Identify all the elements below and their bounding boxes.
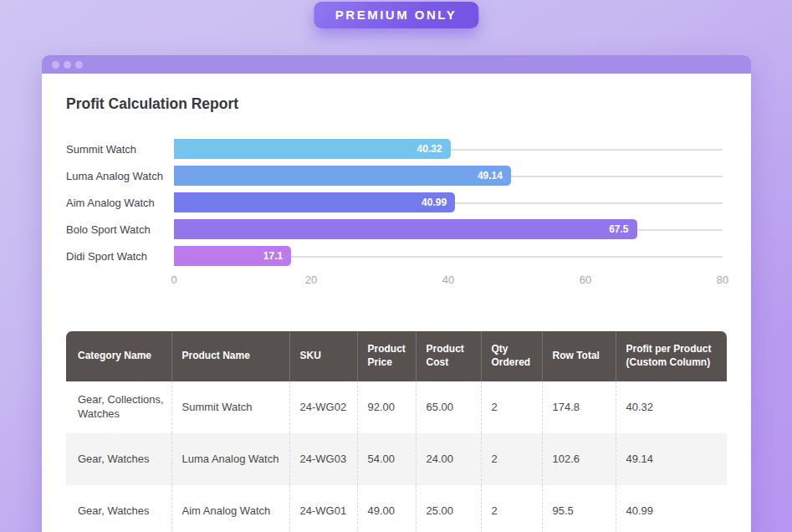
table-cell: 95.5 [542,485,616,532]
chart-bar-row: Summit Watch40.32 [66,136,727,162]
chart-bar-label: Didi Sport Watch [66,250,174,263]
premium-badge[interactable]: PREMIUM ONLY [314,2,478,28]
report-table: Category NameProduct NameSKUProduct Pric… [66,331,727,532]
chart-bar-area: 40.32 [174,139,723,159]
chart-bar: 40.99 [174,192,455,212]
table-cell: 24-WG01 [289,485,357,532]
chart-bar-label: Aim Analog Watch [66,197,174,209]
window-close-icon[interactable] [52,61,59,69]
chart-bar-row: Aim Analog Watch40.99 [66,189,727,216]
table-header-cell: Product Price [357,331,416,381]
chart-bar-row: Bolo Sport Watch67.5 [66,216,727,243]
table-cell: 2 [481,381,542,433]
report-window: Profit Calculation Report Summit Watch40… [42,55,751,532]
chart-bar-label: Summit Watch [66,143,174,156]
table-cell: 24-WG02 [289,381,357,433]
table-cell: 24.00 [416,433,481,485]
chart-bar: 17.1 [174,246,291,266]
table-header-cell: SKU [289,331,357,381]
table-cell: 102.6 [542,433,616,485]
table-header-cell: Product Cost [416,331,481,381]
report-card: Profit Calculation Report Summit Watch40… [42,74,751,532]
x-axis-tick-label: 20 [305,274,317,286]
chart-bar-label: Bolo Sport Watch [66,223,174,236]
report-title: Profit Calculation Report [66,74,727,113]
chart-bar-area: 67.5 [174,219,723,239]
table-header: Category NameProduct NameSKUProduct Pric… [66,331,727,381]
x-axis-tick-label: 0 [171,274,176,286]
x-axis-tick-label: 80 [717,274,728,286]
chart-bar-row: Luma Analog Watch49.14 [66,162,727,189]
table-cell: 24-WG03 [289,433,357,485]
chart-bar-value: 17.1 [263,250,291,262]
chart-bar-area: 40.99 [174,192,723,212]
table-cell: Aim Analog Watch [171,485,289,532]
table-cell: 2 [481,485,542,532]
chart-bar-label: Luma Analog Watch [66,170,174,182]
chart-bar-value: 49.14 [478,170,511,182]
chart-bar-area: 49.14 [174,166,723,186]
chart-bar: 49.14 [174,166,511,186]
table-cell: 174.8 [542,381,616,433]
table-cell: 49.00 [357,485,416,532]
window-minimize-icon[interactable] [64,61,71,69]
window-maximize-icon[interactable] [75,61,83,69]
window-titlebar [42,55,751,74]
table-header-cell: Profit per Product (Custom Column) [616,331,727,381]
table-cell: 54.00 [357,433,416,485]
table-cell: 40.99 [616,485,727,532]
chart-bar-row: Didi Sport Watch17.1 [66,243,727,269]
chart-bar-area: 17.1 [174,246,723,266]
table-cell: 25.00 [416,485,481,532]
chart-bar: 40.32 [174,139,451,159]
table-cell: 49.14 [616,433,727,485]
x-axis-tick-label: 60 [580,274,591,286]
table-cell: 65.00 [416,381,481,433]
table-cell: 2 [481,433,542,485]
table-row: Gear, WatchesLuma Analog Watch24-WG0354.… [66,433,727,485]
chart-bar: 67.5 [174,219,637,239]
x-axis-tick-label: 40 [442,274,454,286]
table-header-cell: Product Name [171,331,289,381]
chart-bar-value: 67.5 [609,223,636,235]
premium-badge-label: PREMIUM ONLY [335,8,457,22]
table-cell: Summit Watch [171,381,289,433]
chart-bar-value: 40.99 [422,197,455,208]
chart-bar-value: 40.32 [417,143,451,155]
table-row: Gear, WatchesAim Analog Watch24-WG0149.0… [66,485,727,532]
table-cell: Gear, Collections, Watches [66,381,171,433]
table-cell: Luma Analog Watch [171,433,289,485]
chart-x-axis: 020406080 [174,274,723,292]
table-cell: 92.00 [357,381,416,433]
table-cell: Gear, Watches [66,485,171,532]
table-header-cell: Category Name [66,331,171,381]
table-header-cell: Row Total [542,331,616,381]
table-cell: Gear, Watches [66,433,171,485]
page-background: PREMIUM ONLY Profit Calculation Report S… [0,0,792,532]
table-cell: 40.32 [616,381,727,433]
table-body: Gear, Collections, WatchesSummit Watch24… [66,381,727,532]
chart-rows: Summit Watch40.32Luma Analog Watch49.14A… [66,136,727,269]
table-header-cell: Qty Ordered [481,331,542,381]
table-row: Gear, Collections, WatchesSummit Watch24… [66,381,727,433]
profit-bar-chart: Summit Watch40.32Luma Analog Watch49.14A… [66,136,727,292]
